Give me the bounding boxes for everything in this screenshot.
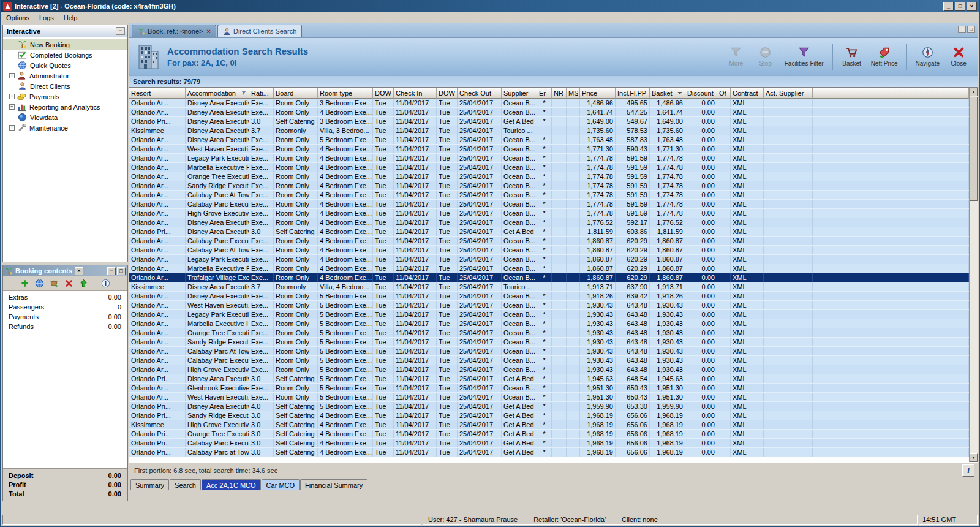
table-row[interactable]: Orlando Ar...Marbella Executive H...Exe.… [129, 319, 969, 328]
table-row[interactable]: Orlando Ar...Sandy Ridge Executi...Exe..… [129, 181, 969, 191]
table-row[interactable]: Orlando Ar...Calabay Parc Executi...Exe.… [129, 237, 969, 246]
table-row[interactable]: Orlando Ar...Sandy Ridge Executi...Exe..… [129, 338, 969, 347]
table-row[interactable]: Orlando Ar...Disney Area Executiv...Exe.… [129, 218, 969, 227]
table-row[interactable]: Orlando Ar...Legacy Park Executiv...Exe.… [129, 310, 969, 319]
table-row[interactable]: Orlando Pri...Disney Area Executiv...3.0… [129, 374, 969, 384]
booking-toolbar-add-icon[interactable] [19, 278, 31, 290]
table-row[interactable]: Orlando Ar...Legacy Park Executiv...Exe.… [129, 154, 969, 163]
table-row[interactable]: Orlando Ar...Disney Area Executiv...Exe.… [129, 108, 969, 117]
column-header-contract[interactable]: Contract [731, 88, 764, 99]
toolbar-navigate-button[interactable]: Navigate [913, 45, 942, 68]
toolbar-close-button[interactable]: Close [946, 45, 971, 68]
menu-options[interactable]: Options [1, 13, 34, 23]
column-header-accommodation[interactable]: Accommodation [186, 88, 249, 99]
table-row[interactable]: KissimmeeDisney Area Executive3.7Roomonl… [129, 126, 969, 135]
booking-toolbar-info-icon[interactable] [100, 278, 112, 290]
booking-toolbar-move-up-icon[interactable] [78, 278, 90, 290]
table-row[interactable]: Orlando Ar...Glenbrook Executive ...Exe.… [129, 384, 969, 393]
scroll-thumb[interactable] [970, 97, 978, 201]
table-row[interactable]: Orlando Pri...Calabay Parc Executi...3.0… [129, 439, 969, 448]
maximize-button[interactable]: □ [955, 2, 965, 11]
table-row[interactable]: Orlando Pri...Disney Area Executiv...4.0… [129, 402, 969, 411]
tab-direct-clients-search[interactable]: Direct Clients Search [217, 25, 302, 37]
close-button[interactable]: × [967, 2, 977, 11]
menu-help[interactable]: Help [59, 13, 83, 23]
toolbar-basket-button[interactable]: Basket [839, 45, 865, 68]
table-row[interactable]: Orlando Ar...Disney Area Executiv...Exe.… [129, 135, 969, 145]
booking-toolbar-globe-icon[interactable] [34, 278, 46, 290]
table-row[interactable]: Orlando Pri...Orange Tree Executi...3.0S… [129, 430, 969, 439]
scroll-up-button[interactable]: ▲ [970, 88, 978, 96]
table-row[interactable]: Orlando Pri...Sandy Ridge Executi...3.0S… [129, 411, 969, 420]
booking-toolbar-basket-add-icon[interactable] [48, 278, 61, 290]
bottom-tab-car-mco[interactable]: Car MCO [262, 479, 300, 490]
scroll-down-button[interactable]: ▼ [970, 453, 978, 462]
expand-toggle[interactable]: + [9, 104, 15, 110]
table-row[interactable]: Orlando Ar...Calabay Parc At Tow...Exe..… [129, 246, 969, 255]
sidebar-item-direct-clients[interactable]: Direct Clients [3, 81, 127, 91]
sidebar-item-viewdata[interactable]: Viewdata [3, 112, 127, 123]
column-header-check-in[interactable]: Check In [394, 88, 437, 99]
panel-restore-button[interactable]: □ [967, 26, 975, 33]
sidebar-item-new-booking[interactable]: New Booking [3, 39, 127, 50]
toolbar-facilities-filter-button[interactable]: Facilities Filter [782, 45, 826, 68]
table-row[interactable]: Orlando Pri...Disney Area Executiv...3.0… [129, 117, 969, 126]
toolbar-nett-price-button[interactable]: Nett Price [869, 45, 900, 68]
menu-logs[interactable]: Logs [34, 13, 59, 23]
panel-minimize-button[interactable]: − [958, 26, 966, 33]
table-row[interactable]: Orlando Ar...Marbella Executive H...Exe.… [129, 163, 969, 172]
booking-close-button[interactable]: × [75, 267, 83, 275]
column-header-check-out[interactable]: Check Out [458, 88, 502, 99]
booking-toolbar-delete-icon[interactable] [63, 278, 75, 290]
bottom-tab-search[interactable]: Search [170, 479, 201, 490]
column-header-basket[interactable]: Basket [650, 88, 685, 99]
sidebar-item-quick-quotes[interactable]: Quick Quotes [3, 60, 127, 70]
table-row[interactable]: Orlando Ar...Disney Area Executiv...Exe.… [129, 99, 969, 108]
column-header-supplier[interactable]: Supplier [502, 88, 537, 99]
column-header-room-type[interactable]: Room type [318, 88, 373, 99]
expand-toggle[interactable]: + [9, 94, 15, 99]
booking-minimize-button[interactable]: − [107, 267, 116, 275]
column-header-resort[interactable]: Resort [129, 88, 186, 99]
sidebar-item-completed-bookings[interactable]: Completed Bookings [3, 50, 127, 60]
tab-book-ref-none[interactable]: Book. ref.: <none>× [132, 25, 216, 37]
table-row[interactable]: Orlando Ar...West Haven Executi...Exe...… [129, 393, 969, 402]
column-header-discount[interactable]: Discount [685, 88, 717, 99]
table-row[interactable]: Orlando Ar...Calabay Parc Executi...Exe.… [129, 356, 969, 365]
tab-close-icon[interactable]: × [207, 28, 211, 35]
table-row[interactable]: Orlando Ar...Orange Tree Executi...Exe..… [129, 328, 969, 338]
table-row[interactable]: Orlando Ar...Marbella Executive Pl...Exe… [129, 264, 969, 273]
table-row[interactable]: Orlando Ar...Orange Tree Executi...Exe..… [129, 172, 969, 181]
table-row[interactable]: Orlando Ar...West Haven Executi...Exe...… [129, 145, 969, 154]
table-row[interactable]: Orlando Ar...Calabay Parc At Tow...Exe..… [129, 191, 969, 200]
table-row[interactable]: Orlando Ar...High Grove Executiv...Exe..… [129, 365, 969, 374]
column-header-ms[interactable]: MS [567, 88, 580, 99]
table-row[interactable]: KissimmeeDisney Area Executive3.7Roomonl… [129, 282, 969, 292]
table-row[interactable]: Orlando Ar...Legacy Park Executiv...Exe.… [129, 255, 969, 264]
vertical-scrollbar[interactable]: ▲ ▼ [969, 88, 978, 462]
column-header-price[interactable]: Price [580, 88, 616, 99]
column-header-dow[interactable]: DOW [373, 88, 394, 99]
table-row[interactable]: Orlando Ar...Disney Area Executiv...Exe.… [129, 292, 969, 301]
expand-toggle[interactable]: + [9, 73, 15, 78]
bottom-tab-acc-2a-1c-mco[interactable]: Acc 2A,1C MCO [202, 479, 261, 490]
table-row[interactable]: Orlando Ar...High Grove Executiv...Exe..… [129, 209, 969, 218]
column-header-act-supplier[interactable]: Act. Supplier [764, 88, 813, 99]
table-row[interactable]: Orlando Ar...Trafalgar Village Exe...Exe… [129, 273, 969, 282]
booking-maximize-button[interactable]: □ [117, 267, 126, 275]
table-row[interactable]: Orlando Ar...Calabay Parc At Tow...Exe..… [129, 347, 969, 356]
column-header-nr[interactable]: NR [552, 88, 567, 99]
expand-toggle[interactable]: + [9, 125, 15, 131]
sidebar-item-administrator[interactable]: +Administrator [3, 70, 127, 81]
column-header-of[interactable]: Of [717, 88, 731, 99]
column-header-rati[interactable]: Rati... [249, 88, 274, 99]
table-row[interactable]: Orlando Pri...Calabay Parc at Tow...3.0S… [129, 448, 969, 457]
sidebar-item-payments[interactable]: +Payments [3, 91, 127, 102]
column-header-dow[interactable]: DOW [437, 88, 458, 99]
info-button[interactable]: i [962, 464, 974, 477]
sidebar-item-maintenance[interactable]: +Maintenance [3, 123, 127, 133]
sidebar-item-reporting-and-analytics[interactable]: +Reporting and Analytics [3, 102, 127, 112]
bottom-tab-financial-summary[interactable]: Financial Summary [300, 479, 368, 490]
table-row[interactable]: Orlando Pri...Disney Area Executiv...3.0… [129, 227, 969, 237]
column-header-er[interactable]: Er [537, 88, 552, 99]
